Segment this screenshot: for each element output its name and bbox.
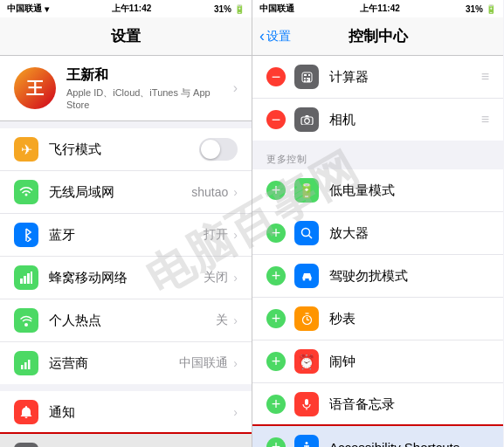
settings-item-voice-memo[interactable]: + 语音备忘录	[252, 383, 503, 426]
carrier-value: 中国联通	[179, 355, 228, 371]
settings-item-notifications[interactable]: 通知 ›	[0, 391, 252, 434]
back-button[interactable]: ‹ 设置	[259, 27, 291, 45]
profile-section[interactable]: 王 王新和 Apple ID、iCloud、iTunes 与 App Store…	[0, 56, 252, 121]
hotspot-chevron: ›	[233, 313, 238, 327]
settings-item-cellular[interactable]: 蜂窝移动网络 关闭 ›	[0, 257, 252, 299]
svg-rect-21	[308, 78, 310, 82]
bluetooth-value: 打开	[204, 227, 228, 243]
settings-item-hotspot[interactable]: 个人热点 关 ›	[0, 299, 252, 342]
settings-item-control-center[interactable]: 控制中心 ›	[0, 434, 252, 447]
settings-item-driving-dnd[interactable]: + 驾驶勿扰模式	[252, 255, 503, 298]
settings-scroll[interactable]: 王 王新和 Apple ID、iCloud、iTunes 与 App Store…	[0, 56, 252, 447]
remove-calculator-btn[interactable]: −	[266, 67, 286, 86]
notification-icon	[14, 400, 38, 424]
available-controls-group: + 🔋 低电量模式 + 放大器 + 驾驶勿扰模式	[252, 169, 503, 447]
control-center-icon	[14, 443, 38, 447]
magnifier-icon	[294, 221, 319, 245]
settings-group-network: ✈ 飞行模式 无线局域网 shutao › 蓝牙	[0, 128, 252, 384]
voice-memo-icon	[294, 392, 319, 416]
add-accessibility-btn[interactable]: +	[266, 437, 286, 447]
battery-pct-right: 31%	[466, 4, 483, 14]
svg-point-33	[306, 442, 308, 444]
svg-rect-6	[24, 362, 27, 369]
svg-point-23	[304, 119, 309, 124]
svg-point-4	[24, 323, 28, 327]
drag-icon-calculator: ≡	[481, 69, 489, 85]
settings-item-calculator[interactable]: − 计算器 ≡	[252, 56, 503, 99]
calculator-label: 计算器	[329, 69, 481, 86]
accessibility-icon	[294, 435, 319, 447]
add-driving-btn[interactable]: +	[266, 266, 286, 285]
camera-icon	[294, 107, 319, 132]
settings-item-bluetooth[interactable]: 蓝牙 打开 ›	[0, 214, 252, 257]
control-center-scroll[interactable]: − 计算器 ≡ − 相机 ≡ 更多控制 +	[252, 56, 503, 447]
avatar: 王	[14, 67, 56, 109]
settings-item-airplane[interactable]: ✈ 飞行模式	[0, 128, 252, 171]
notifications-label: 通知	[49, 404, 233, 421]
camera-label: 相机	[329, 112, 481, 128]
bluetooth-icon	[14, 223, 38, 247]
cellular-chevron: ›	[233, 271, 238, 285]
svg-line-25	[309, 236, 313, 239]
add-alarm-btn[interactable]: +	[266, 352, 286, 371]
settings-item-camera[interactable]: − 相机 ≡	[252, 99, 503, 141]
battery-icon-right: 🔋	[486, 4, 496, 14]
stopwatch-icon	[294, 306, 319, 331]
bluetooth-label: 蓝牙	[49, 227, 204, 244]
carrier-label: 运营商	[49, 355, 179, 372]
svg-rect-3	[31, 272, 32, 284]
settings-item-magnifier[interactable]: + 放大器	[252, 212, 503, 255]
more-controls-header: 更多控制	[252, 148, 503, 169]
svg-rect-16	[308, 74, 310, 76]
svg-rect-18	[307, 78, 308, 79]
settings-item-wifi[interactable]: 无线局域网 shutao ›	[0, 171, 252, 214]
alarm-icon: ⏰	[294, 349, 319, 374]
add-stopwatch-btn[interactable]: +	[266, 309, 286, 328]
nav-bar-right: ‹ 设置 控制中心	[252, 17, 503, 56]
low-power-icon: 🔋	[294, 178, 319, 203]
wifi-label: 无线局域网	[49, 184, 191, 201]
bluetooth-chevron: ›	[233, 228, 238, 242]
settings-item-carrier[interactable]: 运营商 中国联通 ›	[0, 342, 252, 384]
accessibility-label: Accessibility Shortcuts	[329, 440, 489, 448]
svg-rect-17	[304, 78, 306, 79]
driving-icon	[294, 264, 319, 288]
driving-dnd-label: 驾驶勿扰模式	[329, 268, 489, 285]
time-left: 上午11:42	[112, 3, 152, 15]
wifi-icon	[14, 180, 38, 204]
page-title-left: 设置	[111, 26, 141, 46]
airplane-icon: ✈	[14, 137, 38, 162]
nav-bar-left: 设置	[0, 17, 252, 56]
svg-rect-15	[304, 74, 307, 76]
svg-rect-19	[304, 80, 306, 82]
settings-item-accessibility[interactable]: + Accessibility Shortcuts	[252, 426, 503, 447]
add-low-power-btn[interactable]: +	[266, 181, 286, 200]
svg-rect-1	[24, 276, 26, 284]
carrier-right: 中国联通	[259, 3, 294, 15]
airplane-toggle[interactable]	[199, 138, 238, 161]
airplane-label: 飞行模式	[49, 141, 199, 158]
add-magnifier-btn[interactable]: +	[266, 224, 286, 243]
status-bar-left: 中国联通 ▾ 上午11:42 31% 🔋	[0, 0, 252, 17]
svg-point-24	[302, 229, 310, 237]
settings-item-low-power[interactable]: + 🔋 低电量模式	[252, 169, 503, 212]
right-panel: 中国联通 上午11:42 31% 🔋 ‹ 设置 控制中心 − 计算器 ≡	[252, 0, 503, 447]
remove-camera-btn[interactable]: −	[266, 110, 286, 129]
carrier-left: 中国联通	[7, 3, 42, 15]
included-controls-group: − 计算器 ≡ − 相机 ≡	[252, 56, 503, 141]
settings-item-alarm[interactable]: + ⏰ 闹钟	[252, 340, 503, 383]
time-right: 上午11:42	[360, 3, 400, 15]
alarm-label: 闹钟	[329, 354, 489, 370]
wifi-value: shutao	[191, 185, 228, 199]
page-title-right: 控制中心	[349, 26, 408, 46]
hotspot-value: 关	[216, 313, 228, 328]
battery-icon-left: 🔋	[234, 4, 245, 14]
svg-point-27	[308, 279, 311, 281]
wifi-chevron: ›	[233, 185, 238, 199]
svg-point-26	[302, 279, 305, 281]
hotspot-icon	[14, 308, 38, 333]
back-chevron: ‹	[259, 27, 265, 45]
settings-item-stopwatch[interactable]: + 秒表	[252, 298, 503, 340]
svg-rect-2	[27, 273, 30, 284]
add-voice-memo-btn[interactable]: +	[266, 395, 286, 414]
